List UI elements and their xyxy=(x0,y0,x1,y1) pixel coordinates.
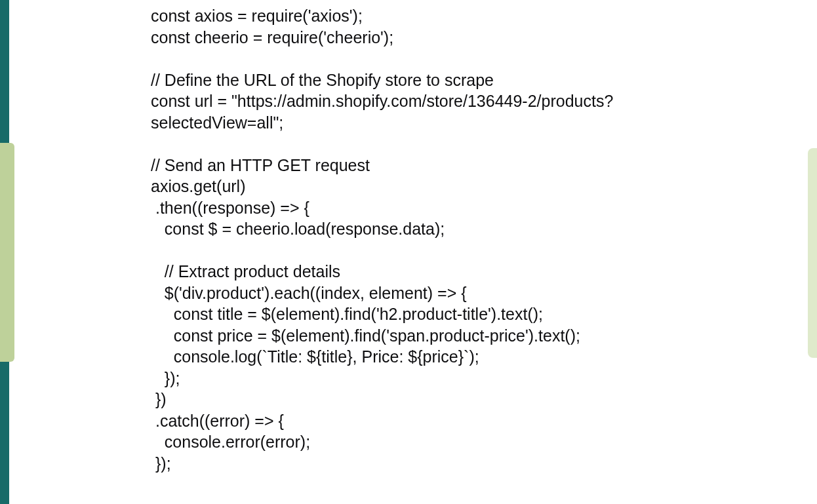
code-text[interactable]: const axios = require('axios'); const ch… xyxy=(151,5,695,474)
left-stripe-bottom xyxy=(0,362,9,504)
left-stripe-top xyxy=(0,0,9,143)
right-sidebar-handle xyxy=(808,148,817,358)
code-block[interactable]: const axios = require('axios'); const ch… xyxy=(151,5,695,474)
left-stripe-middle xyxy=(0,143,14,362)
